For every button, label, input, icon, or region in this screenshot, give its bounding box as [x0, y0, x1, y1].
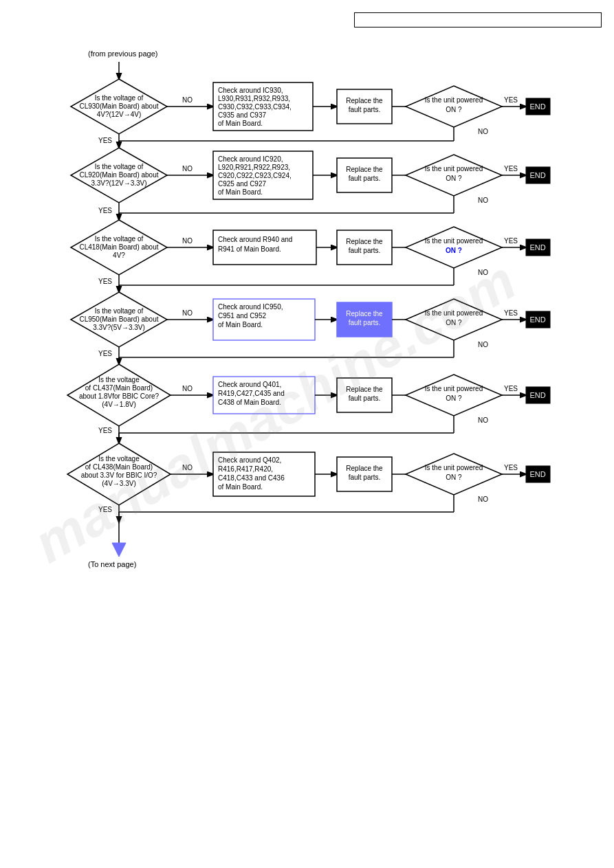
svg-text:C930,C932,C933,C934,: C930,C932,C933,C934,: [218, 103, 292, 111]
svg-text:Check around IC930,: Check around IC930,: [218, 87, 283, 94]
svg-text:YES: YES: [98, 350, 112, 357]
from-previous-label: (from previous page): [88, 49, 158, 58]
page: manualmachine.com (from previous page) I…: [0, 0, 614, 868]
svg-text:NO: NO: [182, 385, 193, 392]
svg-text:C925 and C927: C925 and C927: [218, 180, 266, 188]
svg-text:C438 of Main Board.: C438 of Main Board.: [218, 399, 281, 406]
svg-text:Replace the: Replace the: [346, 386, 383, 393]
svg-text:fault parts.: fault parts.: [349, 474, 381, 481]
svg-text:R941 of Main Board.: R941 of Main Board.: [218, 245, 281, 253]
svg-text:CL950(Main Board) about: CL950(Main Board) about: [79, 315, 158, 323]
to-next-label: (To next page): [88, 560, 136, 568]
svg-text:ON ?: ON ?: [446, 474, 462, 481]
svg-text:Replace the: Replace the: [346, 97, 383, 104]
svg-text:YES: YES: [98, 137, 112, 144]
svg-text:ON ?: ON ?: [446, 319, 462, 326]
svg-text:4V?: 4V?: [113, 252, 125, 259]
svg-text:fault parts.: fault parts.: [349, 247, 381, 254]
svg-text:Is the voltage of: Is the voltage of: [95, 94, 144, 102]
svg-text:of  Main Board.: of Main Board.: [218, 188, 263, 196]
svg-text:CL920(Main Board) about: CL920(Main Board) about: [79, 171, 158, 179]
svg-text:of  Main Board.: of Main Board.: [218, 321, 263, 329]
svg-text:Replace the: Replace the: [346, 166, 383, 173]
svg-text:ON ?: ON ?: [446, 394, 462, 402]
svg-text:YES: YES: [504, 309, 518, 317]
svg-text:fault parts.: fault parts.: [349, 106, 381, 113]
svg-text:of CL437(Main Board): of CL437(Main Board): [85, 384, 153, 392]
svg-text:CL930(Main Board) about: CL930(Main Board) about: [79, 102, 158, 110]
svg-text:YES: YES: [504, 165, 518, 173]
svg-text:NO: NO: [182, 96, 193, 104]
svg-text:R416,R417,R420,: R416,R417,R420,: [218, 465, 273, 473]
svg-text:CL418(Main Board) about: CL418(Main Board) about: [79, 243, 158, 251]
svg-text:NO: NO: [478, 496, 488, 503]
svg-text:about 1.8Vfor BBIC Core?: about 1.8Vfor BBIC Core?: [79, 392, 160, 400]
svg-text:NO: NO: [478, 128, 488, 135]
svg-text:NO: NO: [478, 197, 488, 204]
svg-text:Is the voltage of: Is the voltage of: [95, 307, 144, 315]
svg-text:Is the voltage: Is the voltage: [98, 376, 140, 383]
svg-text:Is the voltage of: Is the voltage of: [95, 235, 144, 243]
svg-text:YES: YES: [504, 96, 518, 104]
svg-text:YES: YES: [504, 464, 518, 471]
svg-text:3.3V?(12V→3.3V): 3.3V?(12V→3.3V): [91, 179, 146, 187]
svg-text:ON ?: ON ?: [446, 247, 462, 254]
svg-text:of CL438(Main Board): of CL438(Main Board): [85, 463, 153, 471]
svg-text:Replace the: Replace the: [346, 310, 383, 318]
svg-text:3.3V?(5V→3.3V): 3.3V?(5V→3.3V): [93, 324, 145, 331]
svg-text:L930,R931,R932,R933,: L930,R931,R932,R933,: [218, 95, 290, 102]
svg-text:fault parts.: fault parts.: [349, 394, 381, 402]
svg-text:NO: NO: [478, 341, 488, 348]
svg-text:YES: YES: [504, 385, 518, 392]
svg-text:Check around Q401,: Check around Q401,: [218, 381, 281, 388]
svg-text:YES: YES: [98, 427, 112, 434]
svg-text:NO: NO: [182, 464, 193, 471]
svg-text:NO: NO: [478, 416, 488, 424]
svg-text:END: END: [529, 102, 545, 111]
svg-text:Is the unit powered: Is the unit powered: [425, 165, 483, 173]
to-next-arrow: [112, 543, 126, 557]
svg-text:Is the unit powered: Is the unit powered: [425, 464, 483, 471]
svg-text:C920,C922,C923,C924,: C920,C922,C923,C924,: [218, 172, 292, 179]
svg-text:Is the unit powered: Is the unit powered: [425, 96, 483, 104]
svg-text:NO: NO: [182, 165, 193, 173]
svg-text:of  Main Board.: of Main Board.: [218, 483, 263, 491]
svg-text:fault parts.: fault parts.: [349, 319, 381, 326]
svg-text:4V?(12V→4V): 4V?(12V→4V): [97, 111, 141, 118]
svg-text:YES: YES: [98, 207, 112, 214]
svg-text:END: END: [529, 171, 545, 179]
flowchart-svg: (from previous page) Is the voltage of C…: [0, 0, 614, 868]
svg-text:(4V→1.8V): (4V→1.8V): [102, 401, 135, 408]
svg-text:C935 and C937: C935 and C937: [218, 111, 266, 119]
svg-text:about 3.3V for BBIC I/O?: about 3.3V for BBIC I/O?: [81, 471, 157, 479]
svg-text:Check around IC950,: Check around IC950,: [218, 303, 283, 311]
svg-text:END: END: [529, 470, 545, 478]
svg-text:END: END: [529, 391, 545, 399]
svg-text:NO: NO: [478, 269, 488, 276]
svg-text:L920,R921,R922,R923,: L920,R921,R922,R923,: [218, 164, 290, 171]
svg-text:Is the unit powered: Is the unit powered: [425, 385, 483, 392]
svg-text:Check around Q402,: Check around Q402,: [218, 456, 281, 464]
svg-text:NO: NO: [182, 237, 193, 245]
svg-text:Replace the: Replace the: [346, 238, 383, 245]
svg-text:Check around IC920,: Check around IC920,: [218, 155, 283, 163]
svg-text:R419,C427,C435 and: R419,C427,C435 and: [218, 390, 285, 397]
svg-text:C418,C433 and C436: C418,C433 and C436: [218, 474, 285, 482]
svg-text:NO: NO: [182, 309, 193, 317]
svg-text:YES: YES: [98, 278, 112, 285]
svg-text:ON ?: ON ?: [446, 175, 462, 182]
svg-text:Is the voltage of: Is the voltage of: [95, 163, 144, 170]
svg-text:Replace the: Replace the: [346, 465, 383, 472]
svg-text:YES: YES: [504, 237, 518, 245]
svg-text:Is the unit powered: Is the unit powered: [425, 237, 483, 245]
svg-text:C951 and C952: C951 and C952: [218, 312, 266, 320]
svg-text:Check around R940 and: Check around R940 and: [218, 236, 292, 243]
svg-text:YES: YES: [98, 506, 112, 513]
svg-text:(4V→3.3V): (4V→3.3V): [102, 480, 135, 487]
svg-text:Is the voltage: Is the voltage: [98, 455, 140, 463]
svg-text:fault parts.: fault parts.: [349, 175, 381, 182]
svg-text:of  Main Board.: of Main Board.: [218, 120, 263, 127]
svg-text:END: END: [529, 315, 545, 324]
svg-text:Is the unit powered: Is the unit powered: [425, 309, 483, 317]
svg-text:END: END: [529, 243, 545, 252]
